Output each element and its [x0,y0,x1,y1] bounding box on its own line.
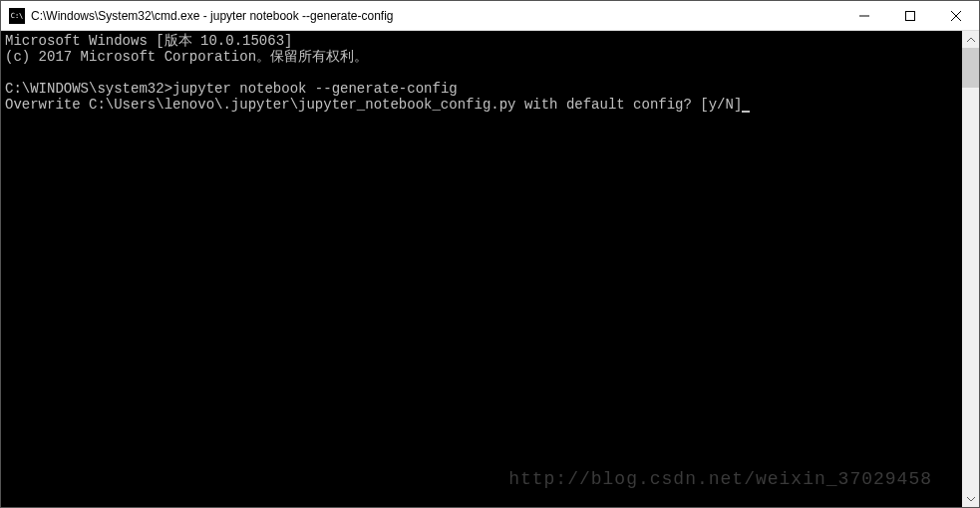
terminal-output[interactable]: Microsoft Windows [版本 10.0.15063] (c) 20… [1,31,962,507]
svg-rect-1 [906,11,915,20]
titlebar[interactable]: C:\Windows\System32\cmd.exe - jupyter no… [1,1,979,31]
chevron-up-icon [967,36,975,44]
terminal-line: (c) 2017 Microsoft Corporation。保留所有权利。 [5,49,368,65]
minimize-icon [859,11,869,21]
scroll-thumb[interactable] [962,48,979,88]
maximize-button[interactable] [887,1,933,30]
minimize-button[interactable] [841,1,887,30]
terminal-line: Microsoft Windows [版本 10.0.15063] [5,33,292,49]
close-button[interactable] [933,1,979,30]
scroll-track[interactable] [962,48,979,490]
cmd-icon [9,8,25,24]
watermark: http://blog.csdn.net/weixin_37029458 [508,471,932,487]
terminal-prompt: C:\WINDOWS\system32> [5,81,172,97]
maximize-icon [905,11,915,21]
terminal-line: Overwrite C:\Users\lenovo\.jupyter\jupyt… [5,97,742,113]
window-title: C:\Windows\System32\cmd.exe - jupyter no… [31,9,841,23]
content-area: Microsoft Windows [版本 10.0.15063] (c) 20… [1,31,979,507]
terminal-command: jupyter notebook --generate-config [172,81,458,97]
terminal-cursor [742,111,750,113]
vertical-scrollbar[interactable] [962,31,979,507]
scroll-up-button[interactable] [962,31,979,48]
close-icon [951,11,961,21]
chevron-down-icon [967,495,975,503]
window-controls [841,1,979,30]
scroll-down-button[interactable] [962,490,979,507]
cmd-window: C:\Windows\System32\cmd.exe - jupyter no… [0,0,980,508]
